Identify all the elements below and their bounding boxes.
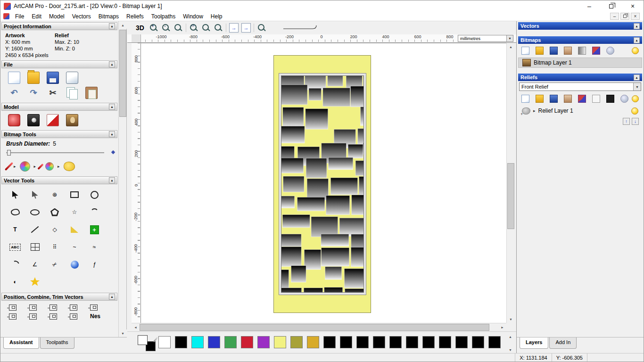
spline-tool[interactable]: ƒ bbox=[85, 257, 103, 272]
scroll-up-button[interactable]: ▲ bbox=[119, 21, 127, 29]
save-relief-layer-button[interactable] bbox=[550, 95, 558, 103]
menu-item[interactable]: File bbox=[11, 12, 28, 21]
open-bitmap-layer-button[interactable] bbox=[536, 47, 544, 55]
calculate-relief-button[interactable] bbox=[592, 95, 600, 103]
new-model-button[interactable] bbox=[8, 72, 20, 84]
palette-swatch[interactable] bbox=[356, 336, 369, 348]
fillet-tool[interactable] bbox=[66, 222, 83, 237]
create-rectangle-tool[interactable] bbox=[66, 188, 83, 202]
collapse-section-button[interactable]: ▲ bbox=[109, 294, 115, 300]
zoom-objects-icon[interactable] bbox=[214, 23, 223, 33]
tab-add-in[interactable]: Add In bbox=[549, 337, 577, 349]
dropdown-arrow-icon[interactable]: ▼ bbox=[633, 83, 641, 90]
wrap-vectors-tool[interactable] bbox=[26, 275, 44, 289]
menu-item[interactable]: Vectors bbox=[68, 12, 95, 21]
zoom-window-icon[interactable]: ▭ bbox=[189, 23, 198, 33]
slice-vector-tool[interactable]: ◐ bbox=[6, 275, 24, 289]
paint-selective-button[interactable] bbox=[20, 161, 30, 172]
switch-3d-view-button[interactable]: 3D bbox=[134, 24, 146, 32]
create-circle-tool[interactable] bbox=[85, 188, 103, 202]
colour-palette-button[interactable] bbox=[45, 162, 54, 171]
collapse-section-button[interactable]: ▲ bbox=[634, 23, 640, 29]
collapse-section-button[interactable]: ▲ bbox=[634, 37, 640, 43]
flood-fill-button[interactable] bbox=[64, 162, 75, 171]
block-paste-tool[interactable]: + bbox=[85, 222, 103, 237]
palette-swatch[interactable] bbox=[290, 336, 303, 348]
move-layer-up-button[interactable]: ↑ bbox=[623, 118, 630, 125]
palette-swatch[interactable] bbox=[488, 336, 501, 348]
palette-swatch[interactable] bbox=[406, 336, 418, 348]
drawing-canvas[interactable] bbox=[141, 43, 506, 323]
flyout-arrow-icon[interactable]: ▸ bbox=[58, 164, 60, 169]
palette-swatch[interactable] bbox=[422, 336, 435, 348]
palette-swatch[interactable] bbox=[323, 336, 336, 348]
menu-item[interactable]: Toolpaths bbox=[148, 12, 179, 21]
assistant-scrollbar[interactable]: ▲ ▼ bbox=[118, 21, 126, 337]
collapse-section-button[interactable]: ▲ bbox=[109, 177, 115, 183]
primary-secondary-colour-indicator[interactable] bbox=[138, 335, 156, 351]
dropdown-arrow-icon[interactable]: ▼ bbox=[506, 35, 513, 41]
mdi-restore-button[interactable] bbox=[620, 13, 629, 20]
relief-operations-button[interactable] bbox=[578, 95, 586, 103]
offset-vector-tool[interactable]: ◇ bbox=[46, 222, 64, 237]
texture-button[interactable] bbox=[47, 114, 59, 126]
undo-button[interactable]: ↶ bbox=[8, 87, 20, 99]
trim-vectors-tool[interactable]: ✂ bbox=[43, 254, 66, 275]
flyout-arrow-icon[interactable]: ▸ bbox=[14, 164, 16, 169]
zoom-previous-icon[interactable] bbox=[173, 23, 183, 33]
menu-item[interactable]: Bitmaps bbox=[95, 12, 123, 21]
preview-relief-button[interactable] bbox=[606, 95, 614, 103]
mdi-minimize-button[interactable]: – bbox=[610, 13, 619, 20]
paste-button[interactable] bbox=[85, 87, 98, 99]
center-in-page-icon[interactable] bbox=[90, 304, 98, 311]
scroll-up-button[interactable]: ▲ bbox=[507, 43, 515, 50]
new-bitmap-layer-button[interactable] bbox=[521, 47, 529, 55]
palette-swatch[interactable] bbox=[241, 336, 253, 348]
merge-layers-button[interactable] bbox=[564, 47, 572, 55]
save-model-button[interactable] bbox=[47, 72, 59, 84]
mdi-close-button[interactable]: × bbox=[631, 13, 640, 20]
menu-item[interactable]: Model bbox=[45, 12, 68, 21]
create-ellipse-tool[interactable] bbox=[26, 205, 44, 219]
measure-tool[interactable] bbox=[26, 222, 44, 237]
paint-tool-button[interactable] bbox=[5, 162, 13, 171]
arc-through-points-tool[interactable] bbox=[6, 257, 24, 272]
join-vectors-tool[interactable]: ∠ bbox=[26, 257, 44, 272]
palette-swatch[interactable] bbox=[191, 336, 204, 348]
fit-curve-tool[interactable]: ~ bbox=[66, 240, 83, 254]
relief-transparency-button[interactable] bbox=[620, 95, 628, 103]
brush-diameter-slider[interactable] bbox=[6, 148, 104, 156]
tab-layers[interactable]: Layers bbox=[520, 337, 548, 349]
menu-item[interactable]: Window bbox=[179, 12, 207, 21]
create-freehand-tool[interactable] bbox=[6, 205, 24, 219]
collapse-section-button[interactable]: ▲ bbox=[634, 74, 640, 81]
palette-swatch[interactable] bbox=[257, 336, 270, 348]
restore-button[interactable] bbox=[600, 0, 622, 12]
zoom-out-icon[interactable]: - bbox=[161, 23, 171, 33]
scroll-right-button[interactable]: ► bbox=[498, 323, 506, 331]
palette-swatch[interactable] bbox=[340, 336, 352, 348]
scroll-thumb[interactable] bbox=[119, 30, 126, 117]
move-layer-down-button[interactable]: ↓ bbox=[632, 118, 639, 125]
collapse-section-button[interactable]: ▲ bbox=[109, 23, 115, 29]
create-star-tool[interactable]: ☆ bbox=[66, 205, 83, 219]
units-dropdown[interactable]: millimetres ▼ bbox=[458, 35, 513, 42]
redo-button[interactable]: ↷ bbox=[27, 87, 40, 99]
transparency-button[interactable] bbox=[606, 47, 614, 55]
flyout-arrow-icon[interactable]: ▸ bbox=[34, 164, 36, 169]
create-text-tool[interactable]: T bbox=[6, 222, 24, 237]
combine-union-icon[interactable] bbox=[9, 313, 17, 320]
palette-swatch[interactable] bbox=[224, 336, 237, 348]
palette-swatch[interactable] bbox=[175, 336, 187, 348]
node-dots-icon[interactable] bbox=[70, 313, 77, 320]
horizontal-scrollbar[interactable]: ◄ ► bbox=[132, 323, 506, 331]
align-bottom-icon[interactable] bbox=[70, 304, 77, 311]
menu-item[interactable]: Help bbox=[207, 12, 226, 21]
layer-visibility-bulb-icon[interactable] bbox=[631, 107, 638, 115]
create-polygon-tool[interactable] bbox=[46, 205, 64, 219]
adjust-model-button[interactable] bbox=[8, 114, 20, 126]
scroll-thumb[interactable] bbox=[140, 324, 489, 331]
greyscale-button[interactable] bbox=[578, 47, 586, 55]
create-arc-tool[interactable] bbox=[85, 205, 103, 219]
trim-curves-icon[interactable] bbox=[50, 313, 57, 320]
